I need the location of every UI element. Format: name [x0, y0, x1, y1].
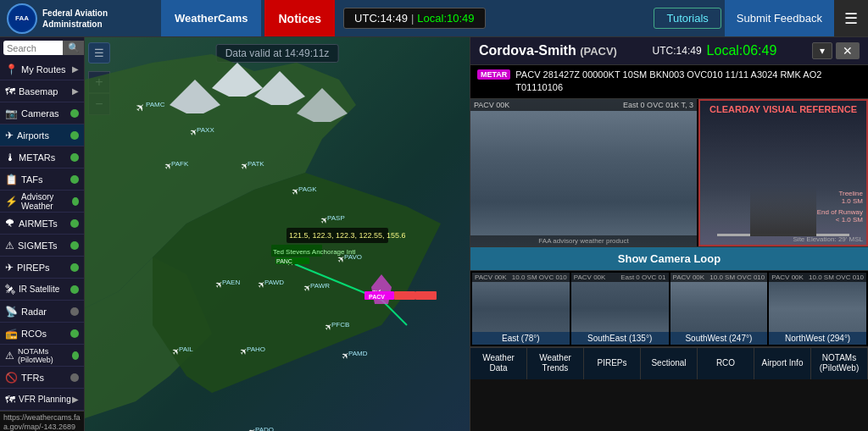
sidebar-item-vfr-planning[interactable]: 🗺 VFR Planning ▶: [0, 389, 84, 411]
metars-toggle[interactable]: [70, 153, 79, 162]
airmets-icon: 🌪: [5, 218, 15, 229]
airport-header-controls: ▾ ✕: [812, 42, 860, 59]
sidebar-item-tafs[interactable]: 📋 TAFs: [0, 169, 84, 191]
svg-text:PAXX: PAXX: [197, 126, 214, 134]
camera-thumb-east[interactable]: PACV 00K 10.0 SM OVC 010 East (78°): [472, 273, 570, 345]
sidebar-item-label: Airports: [17, 130, 49, 141]
sidebar-item-cameras[interactable]: 📷 Cameras: [0, 102, 84, 124]
svg-text:PAMC: PAMC: [146, 101, 165, 108]
camera-thumb-label: PACV 00K 10.0 SM OVC 010: [769, 273, 866, 282]
close-button[interactable]: ✕: [836, 42, 860, 59]
svg-rect-40: [394, 291, 415, 300]
hamburger-menu-button[interactable]: ☰: [834, 0, 868, 36]
cameras-toggle[interactable]: [70, 109, 79, 118]
notams-toggle[interactable]: [72, 351, 79, 360]
sidebar-item-label: Basemap: [19, 86, 58, 97]
svg-text:PAGK: PAGK: [298, 185, 317, 193]
sidebar-item-pireps[interactable]: ✈ PIREPs: [0, 257, 84, 279]
bottom-tabs: Weather Data Weather Trends PIREPs Secti…: [470, 347, 868, 379]
sidebar-item-label: Advisory Weather: [21, 192, 72, 211]
camera-thumb-southwest[interactable]: PACV 00K 10.0 SM OVC 010 SouthWest (247°…: [670, 273, 768, 345]
radar-icon: 📡: [5, 306, 18, 318]
tfrs-icon: 🚫: [5, 372, 18, 384]
map-area[interactable]: ☰ + − Data valid at 14:49:11z: [85, 37, 470, 431]
camera-right-view[interactable]: CLEARDAY VISUAL REFERENCE Site Elevation…: [698, 99, 868, 246]
airport-title-block: Cordova-Smith (PACV): [479, 43, 617, 58]
svg-text:PAVO: PAVO: [344, 253, 362, 261]
camera-left-view[interactable]: PACV 00K East 0 OVC 01K T, 3 FAA advisor…: [470, 99, 697, 246]
sidebar-item-notams[interactable]: ⚠ NOTAMs (PilotWeb): [0, 345, 84, 367]
sidebar-item-label: IR Satellite: [19, 285, 59, 294]
metar-bar: METAR PACV 281427Z 00000KT 10SM BKN003 O…: [470, 65, 868, 99]
pireps-toggle[interactable]: [70, 263, 79, 272]
sidebar-item-airports[interactable]: ✈ Airports: [0, 124, 84, 146]
camera-thumb-southeast[interactable]: PACV 00K East 0 OVC 01 SouthEast (135°): [571, 273, 669, 345]
sidebar-item-my-routes[interactable]: 📍 My Routes ▶: [0, 58, 84, 80]
tfrs-toggle[interactable]: [70, 373, 79, 382]
svg-text:PAEN: PAEN: [222, 279, 240, 286]
sigmets-toggle[interactable]: [70, 241, 79, 250]
runway-notes: Treeline 1.0 SM End of Runway < 1.0 SM: [817, 190, 863, 224]
sidebar-item-radar[interactable]: 📡 Radar: [0, 301, 84, 323]
advisory-toggle[interactable]: [72, 197, 79, 206]
camera-left-top-label: PACV 00K East 0 OVC 01K T, 3: [470, 99, 697, 111]
tab-rco[interactable]: RCO: [698, 348, 754, 379]
sidebar-item-label: My Routes: [21, 64, 66, 75]
url-bar: https://weathercams.faa.gov/map/-143.268…: [0, 411, 84, 431]
submit-feedback-button[interactable]: Submit Feedback: [725, 0, 834, 36]
airmets-toggle[interactable]: [70, 219, 79, 228]
tafs-toggle[interactable]: [70, 175, 79, 184]
svg-text:PADQ: PADQ: [255, 426, 274, 431]
metar-indicator: METAR: [477, 69, 510, 80]
nav-tutorials-button[interactable]: Tutorials: [654, 8, 721, 29]
airport-header: Cordova-Smith (PACV) UTC:14:49 Local:06:…: [470, 37, 868, 65]
airports-toggle[interactable]: [70, 131, 79, 140]
radar-toggle[interactable]: [70, 307, 79, 316]
tab-weather-trends[interactable]: Weather Trends: [527, 348, 584, 379]
svg-text:PATK: PATK: [248, 160, 264, 168]
pireps-icon: ✈: [5, 262, 14, 274]
sidebar-item-rcos[interactable]: 📻 RCOs: [0, 323, 84, 345]
cameras-icon: 📷: [5, 108, 18, 119]
tab-weather-data[interactable]: Weather Data: [470, 348, 527, 379]
tab-notams[interactable]: NOTAMs (PilotWeb): [811, 348, 868, 379]
faa-logo: FAA: [7, 3, 37, 34]
svg-text:PAMD: PAMD: [348, 350, 368, 357]
camera-thumb-northwest[interactable]: PACV 00K 10.0 SM OVC 010 NorthWest (294°…: [769, 273, 866, 345]
local-time-label: Local:10:49: [417, 12, 474, 25]
sidebar-item-advisory-weather[interactable]: ⚡ Advisory Weather: [0, 191, 84, 213]
rcos-toggle[interactable]: [70, 329, 79, 338]
notams-icon: ⚠: [5, 350, 14, 362]
main-content: 🔍 📍 My Routes ▶ 🗺 Basemap ▶ 📷 Cameras: [0, 37, 868, 431]
sidebar-item-tfrs[interactable]: 🚫 TFRs: [0, 367, 84, 389]
sidebar-item-label: RCOs: [21, 329, 47, 339]
svg-text:PAHO: PAHO: [247, 345, 265, 353]
nav-weathercams-button[interactable]: WeatherCams: [161, 0, 261, 36]
camera-thumb-name: SouthWest (247°): [670, 332, 768, 345]
sidebar-item-ir-satellite[interactable]: 🛰 IR Satellite: [0, 279, 84, 301]
svg-text:PAWR: PAWR: [310, 282, 330, 290]
tab-pireps[interactable]: PIREPs: [584, 348, 641, 379]
rcos-icon: 📻: [5, 328, 18, 340]
search-input[interactable]: [3, 41, 63, 55]
sidebar-item-metars[interactable]: 🌡 METARs: [0, 146, 84, 169]
search-button[interactable]: 🔍: [63, 41, 85, 55]
show-camera-loop-button[interactable]: Show Camera Loop: [470, 247, 868, 271]
logo-area: FAA Federal Aviation Administration: [0, 0, 161, 36]
right-panel: Cordova-Smith (PACV) UTC:14:49 Local:06:…: [470, 37, 868, 431]
vfr-icon: 🗺: [5, 394, 15, 406]
ir-satellite-toggle[interactable]: [70, 285, 79, 294]
expand-button[interactable]: ▾: [812, 42, 832, 59]
sidebar-item-basemap[interactable]: 🗺 Basemap ▶: [0, 80, 84, 102]
utc-label: UTC:14:49: [354, 12, 408, 25]
sidebar-item-airmets[interactable]: 🌪 AIRMETs: [0, 213, 84, 235]
sidebar-item-label: PIREPs: [17, 262, 50, 273]
nav-notices-button[interactable]: Notices: [264, 0, 335, 36]
tab-sectional[interactable]: Sectional: [641, 348, 698, 379]
sidebar-item-sigmets[interactable]: ⚠ SIGMETs: [0, 235, 84, 257]
svg-rect-41: [415, 291, 437, 300]
utc-time-display: UTC:14:49 | Local:10:49: [343, 8, 486, 29]
svg-text:121.5, 122.3, 122.3, 122.55, 1: 121.5, 122.3, 122.3, 122.55, 155.6: [289, 231, 406, 240]
svg-text:PASP: PASP: [327, 214, 345, 222]
tab-airport-info[interactable]: Airport Info: [754, 348, 811, 379]
